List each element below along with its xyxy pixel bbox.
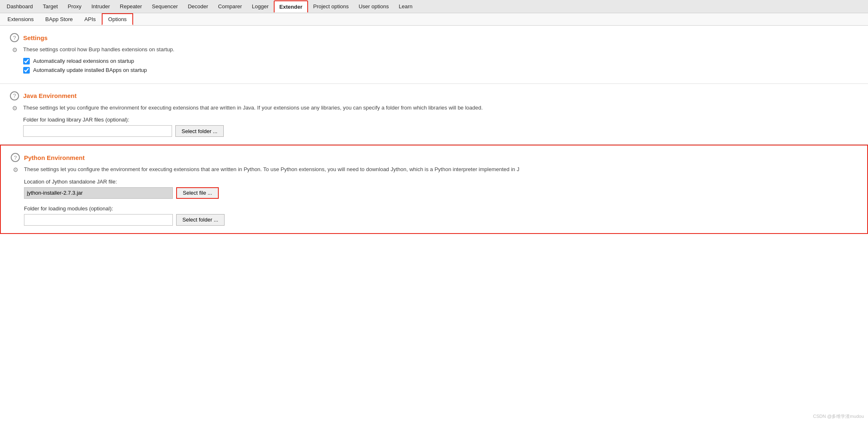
python-select-file-button[interactable]: Select file ...	[176, 187, 219, 199]
python-folder-input-group: Select folder ...	[24, 214, 857, 226]
java-select-folder-button[interactable]: Select folder ...	[175, 125, 224, 137]
menu-item-proxy[interactable]: Proxy	[63, 1, 86, 12]
python-file-label: Location of Jython standalone JAR file:	[24, 179, 857, 185]
menu-item-repeater[interactable]: Repeater	[115, 1, 147, 12]
watermark: CSDN @多维学渣mudou	[813, 413, 864, 420]
java-folder-label: Folder for loading library JAR files (op…	[23, 117, 858, 123]
menu-item-decoder[interactable]: Decoder	[183, 1, 213, 12]
java-header: ? Java Environment	[10, 91, 858, 100]
java-description: These settings let you configure the env…	[23, 104, 858, 112]
menu-item-intruder[interactable]: Intruder	[86, 1, 115, 12]
python-folder-input[interactable]	[24, 214, 173, 226]
main-menu-bar: Dashboard Target Proxy Intruder Repeater…	[0, 0, 868, 13]
sub-menu-apis[interactable]: APIs	[79, 14, 101, 24]
python-gear-icon: ⚙	[11, 165, 20, 174]
python-file-input[interactable]	[24, 187, 173, 199]
sub-menu-extensions[interactable]: Extensions	[2, 14, 40, 24]
java-gear-icon: ⚙	[10, 104, 19, 113]
menu-item-project-options[interactable]: Project options	[308, 1, 354, 12]
sub-menu-options[interactable]: Options	[102, 13, 134, 25]
settings-question-icon: ?	[10, 33, 19, 42]
python-header: ? Python Environment	[11, 153, 857, 162]
settings-header: ? Settings	[10, 33, 858, 42]
sub-menu-bar: Extensions BApp Store APIs Options	[0, 13, 868, 26]
python-select-folder-button[interactable]: Select folder ...	[176, 214, 225, 226]
java-folder-form: Folder for loading library JAR files (op…	[23, 117, 858, 137]
checkbox-update-label: Automatically update installed BApps on …	[33, 67, 147, 73]
java-folder-input[interactable]	[23, 125, 172, 137]
java-environment-section: ? Java Environment ⚙ These settings let …	[0, 84, 868, 145]
python-file-form: Location of Jython standalone JAR file: …	[24, 179, 857, 199]
menu-item-logger[interactable]: Logger	[247, 1, 273, 12]
menu-item-learn[interactable]: Learn	[394, 1, 417, 12]
python-description: These settings let you configure the env…	[24, 165, 857, 174]
settings-gear-icon: ⚙	[10, 45, 19, 55]
java-folder-input-group: Select folder ...	[23, 125, 858, 137]
checkbox-reload-row: Automatically reload extensions on start…	[23, 58, 175, 64]
menu-item-extender[interactable]: Extender	[274, 0, 308, 12]
java-question-icon: ?	[10, 91, 19, 100]
settings-description: These settings control how Burp handles …	[23, 45, 175, 54]
checkbox-reload[interactable]	[23, 58, 30, 64]
menu-item-user-options[interactable]: User options	[354, 1, 394, 12]
menu-item-target[interactable]: Target	[38, 1, 63, 12]
main-content: ? Settings ⚙ These settings control how …	[0, 26, 868, 422]
sub-menu-bapp-store[interactable]: BApp Store	[40, 14, 79, 24]
menu-item-dashboard[interactable]: Dashboard	[2, 1, 38, 12]
checkbox-update-row: Automatically update installed BApps on …	[23, 67, 175, 74]
python-question-icon: ?	[11, 153, 20, 162]
menu-item-sequencer[interactable]: Sequencer	[147, 1, 183, 12]
menu-item-comparer[interactable]: Comparer	[213, 1, 247, 12]
python-environment-section: ? Python Environment ⚙ These settings le…	[0, 145, 868, 234]
python-file-input-group: Select file ...	[24, 187, 857, 199]
checkbox-update[interactable]	[23, 67, 30, 74]
python-folder-form: Folder for loading modules (optional): S…	[24, 205, 857, 226]
python-folder-label: Folder for loading modules (optional):	[24, 205, 857, 212]
settings-title: Settings	[23, 34, 48, 41]
python-title: Python Environment	[24, 154, 85, 161]
checkbox-reload-label: Automatically reload extensions on start…	[33, 58, 134, 64]
java-title: Java Environment	[23, 92, 77, 99]
settings-section: ? Settings ⚙ These settings control how …	[0, 26, 868, 84]
